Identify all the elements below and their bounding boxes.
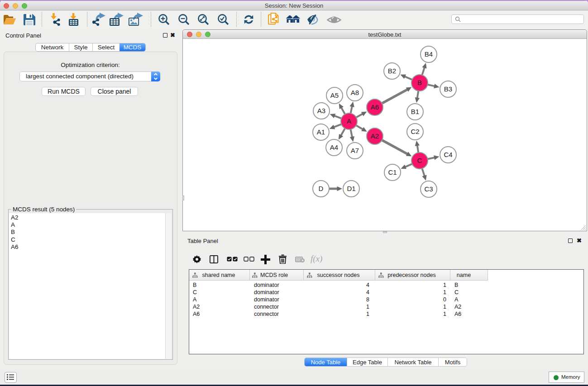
svg-text:A1: A1 bbox=[317, 128, 325, 136]
svg-text:C4: C4 bbox=[444, 151, 452, 158]
svg-text:A2: A2 bbox=[371, 132, 379, 140]
svg-text:D: D bbox=[319, 185, 324, 192]
svg-text:A6: A6 bbox=[371, 103, 379, 111]
svg-text:C3: C3 bbox=[424, 185, 433, 193]
svg-text:B1: B1 bbox=[411, 108, 419, 115]
svg-text:A3: A3 bbox=[317, 107, 325, 114]
svg-text:A: A bbox=[347, 117, 351, 125]
svg-text:A5: A5 bbox=[330, 91, 339, 99]
svg-text:B: B bbox=[417, 79, 422, 86]
svg-text:C: C bbox=[417, 157, 422, 164]
svg-text:B4: B4 bbox=[425, 50, 433, 58]
svg-text:A4: A4 bbox=[330, 143, 338, 151]
svg-text:C2: C2 bbox=[411, 128, 419, 135]
svg-text:C1: C1 bbox=[388, 168, 397, 176]
svg-text:A8: A8 bbox=[351, 89, 359, 96]
svg-text:D1: D1 bbox=[347, 185, 355, 192]
svg-text:B3: B3 bbox=[444, 85, 452, 93]
svg-text:B2: B2 bbox=[388, 67, 396, 75]
svg-text:A7: A7 bbox=[351, 147, 359, 154]
